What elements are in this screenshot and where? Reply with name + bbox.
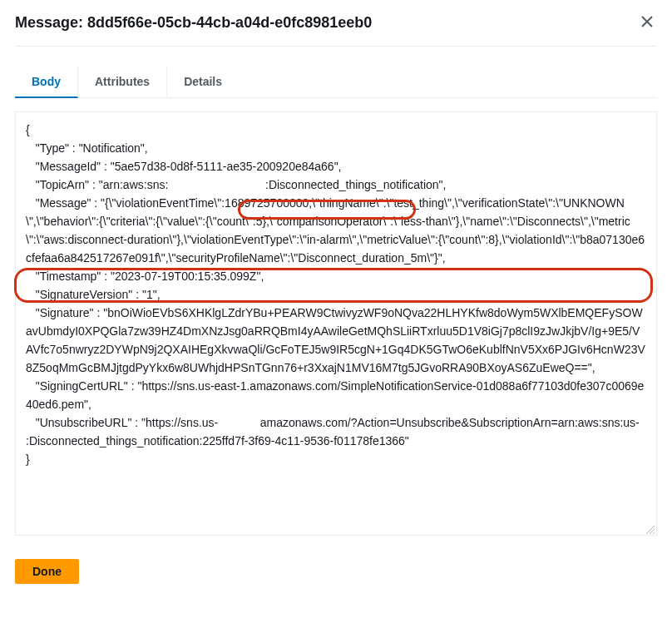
modal-title-prefix: Message: (15, 14, 87, 31)
modal-footer: Done (15, 559, 657, 584)
modal-title-id: 8dd5f66e-05cb-44cb-a04d-e0fc8981eeb0 (87, 14, 372, 31)
modal-header: Message: 8dd5f66e-05cb-44cb-a04d-e0fc898… (15, 0, 657, 47)
close-button[interactable] (637, 12, 657, 34)
svg-line-4 (653, 532, 655, 534)
tabs: Body Attributes Details (15, 67, 657, 98)
tab-details[interactable]: Details (167, 67, 239, 97)
message-body-container: { "Type" : "Notification", "MessageId" :… (15, 111, 657, 536)
close-icon (640, 15, 654, 31)
tab-body[interactable]: Body (15, 67, 78, 98)
message-modal: Message: 8dd5f66e-05cb-44cb-a04d-e0fc898… (0, 0, 672, 599)
tab-attributes[interactable]: Attributes (78, 67, 167, 97)
message-body-text: { "Type" : "Notification", "MessageId" :… (26, 121, 646, 468)
resize-handle-icon[interactable] (645, 523, 655, 533)
done-button[interactable]: Done (15, 559, 79, 584)
modal-title: Message: 8dd5f66e-05cb-44cb-a04d-e0fc898… (15, 14, 372, 32)
